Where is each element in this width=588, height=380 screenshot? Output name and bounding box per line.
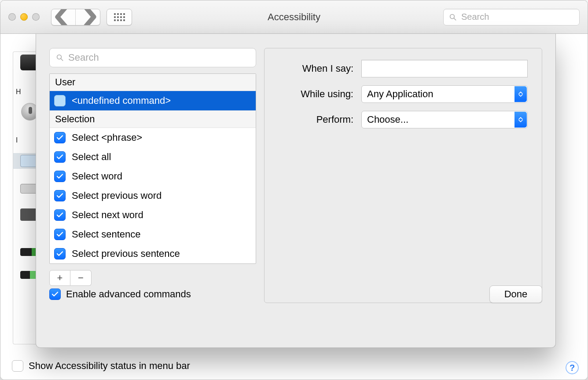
back-button[interactable] [51, 9, 76, 25]
add-remove-buttons: + − [49, 270, 256, 286]
command-label: Select word [72, 171, 122, 182]
command-checkbox[interactable] [54, 209, 66, 221]
while-using-label: While using: [279, 88, 353, 100]
while-using-value: Any Application [367, 88, 433, 100]
sidebar-section-interacting: I [16, 136, 18, 144]
svg-line-1 [454, 18, 456, 20]
popup-arrows-icon [514, 112, 527, 128]
command-checkbox[interactable] [54, 229, 66, 240]
perform-label: Perform: [279, 114, 353, 125]
while-using-popup[interactable]: Any Application [361, 85, 528, 103]
commands-list[interactable]: User <undefined command> Selection Selec… [49, 73, 256, 264]
sidebar-section-hearing: H [16, 88, 21, 96]
command-row[interactable]: Select sentence [50, 225, 256, 244]
show-all-button[interactable] [107, 9, 132, 26]
show-status-row[interactable]: Show Accessibility status in menu bar [12, 360, 190, 372]
command-row[interactable]: Select next word [50, 205, 256, 225]
grid-icon [114, 13, 125, 21]
command-row[interactable]: Select all [50, 147, 256, 167]
search-icon [56, 54, 64, 62]
window-controls [8, 13, 40, 21]
command-label: Select next word [72, 209, 143, 221]
list-section-header: User [50, 74, 256, 91]
command-checkbox[interactable] [54, 190, 66, 201]
popup-arrows-icon [514, 86, 527, 102]
when-i-say-label: When I say: [279, 63, 353, 74]
show-status-label: Show Accessibility status in menu bar [29, 360, 190, 372]
command-checkbox[interactable] [54, 95, 66, 106]
command-label: <undefined command> [72, 95, 171, 106]
maximize-window-button[interactable] [32, 13, 40, 21]
nav-back-forward [51, 9, 100, 26]
command-checkbox[interactable] [54, 151, 66, 163]
dictation-commands-sheet: User <undefined command> Selection Selec… [36, 34, 556, 348]
close-window-button[interactable] [8, 13, 16, 21]
command-row[interactable]: Select previous sentence [50, 244, 256, 263]
enable-advanced-checkbox[interactable] [49, 289, 61, 300]
add-command-button[interactable]: + [49, 270, 70, 286]
toolbar-search[interactable] [443, 9, 580, 26]
toolbar-search-input[interactable] [461, 12, 574, 22]
titlebar: Accessibility [0, 0, 588, 34]
minimize-window-button[interactable] [20, 13, 28, 21]
command-row[interactable]: Select previous word [50, 186, 256, 205]
show-status-checkbox[interactable] [12, 360, 23, 372]
command-label: Select previous word [72, 190, 162, 201]
forward-button[interactable] [76, 9, 100, 25]
commands-search[interactable] [49, 48, 256, 67]
search-icon [449, 13, 457, 21]
list-section-header: Selection [50, 110, 256, 128]
perform-popup[interactable]: Choose... [361, 111, 528, 128]
enable-advanced-label: Enable advanced commands [66, 289, 191, 300]
svg-line-3 [61, 58, 63, 61]
command-checkbox[interactable] [54, 132, 66, 143]
accessibility-window: Accessibility H I [0, 0, 588, 380]
command-label: Select sentence [72, 229, 141, 240]
enable-advanced-row[interactable]: Enable advanced commands [49, 289, 191, 300]
done-button[interactable]: Done [489, 285, 542, 303]
command-label: Select previous sentence [72, 248, 180, 259]
command-detail-panel: When I say: While using: Any Application [264, 48, 542, 303]
help-button[interactable]: ? [566, 361, 579, 374]
command-checkbox[interactable] [54, 248, 66, 259]
command-checkbox[interactable] [54, 171, 66, 182]
command-label: Select <phrase> [72, 132, 142, 143]
command-row[interactable]: <undefined command> [50, 91, 256, 110]
commands-search-input[interactable] [68, 52, 250, 63]
command-row[interactable]: Select word [50, 167, 256, 186]
when-i-say-input[interactable] [361, 60, 528, 77]
command-label: Select all [72, 151, 111, 163]
command-row[interactable]: Select <phrase> [50, 128, 256, 147]
content-area: H I User [0, 34, 588, 380]
perform-value: Choose... [367, 114, 408, 125]
remove-command-button[interactable]: − [70, 270, 92, 286]
